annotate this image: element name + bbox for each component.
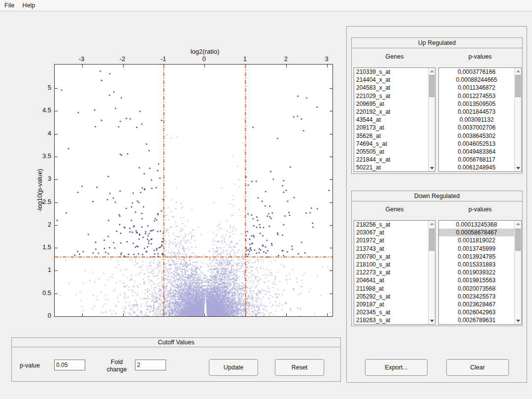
pvalue-list-item[interactable]: 0.0013509505 [439, 100, 514, 108]
pvalue-list-item[interactable]: 0.0003776166 [439, 68, 514, 76]
menu-bar: File Help [0, 0, 532, 11]
gene-list-item[interactable]: 220192_x_at [354, 108, 428, 116]
gene-list-item[interactable]: 209173_at [354, 124, 428, 132]
x-tick-label: 3 [317, 55, 336, 63]
pvalue-list-item[interactable]: 0.00013245368 [439, 221, 514, 229]
down-pvalues-listbox[interactable]: 0.000132453680.000586784670.00118190220.… [438, 220, 522, 325]
up-genes-listbox[interactable]: 210339_s_at214404_x_at204583_x_at221029_… [354, 67, 435, 172]
gene-list-item[interactable]: 200780_x_at [354, 253, 428, 261]
scroll-up-icon[interactable] [429, 68, 435, 74]
y-tick-label: 3.5 [32, 152, 51, 160]
gene-list-item[interactable]: 214404_x_at [354, 76, 428, 84]
up-pvalues-scrollbar[interactable] [514, 68, 521, 171]
gene-list-item[interactable]: 212273_x_at [354, 268, 428, 276]
scrollbar-thumb[interactable] [429, 229, 434, 251]
gene-list-item[interactable]: 211988_at [354, 285, 428, 293]
fold-change-input[interactable] [135, 360, 166, 370]
pvalue-list-item[interactable]: 0.0049483364 [439, 148, 514, 156]
gene-list-item[interactable]: 203067_at [354, 229, 428, 236]
x-axis-title: log2(ratio) [166, 48, 244, 55]
gene-list-item[interactable]: 221844_x_at [354, 156, 428, 164]
pvalue-list-item[interactable]: 0.0058768117 [439, 156, 514, 164]
down-genes-listbox[interactable]: 218256_s_at203067_at201972_at213743_at20… [354, 220, 435, 325]
down-pvalues-scrollbar[interactable] [514, 221, 521, 324]
pvalue-list-item[interactable]: 0.0026789631 [439, 316, 514, 324]
pvalue-list-item[interactable]: 0.00058678467 [439, 229, 514, 236]
scroll-up-icon[interactable] [515, 68, 521, 74]
gene-list-item[interactable]: 218263_s_at [354, 316, 428, 324]
gene-list-item[interactable]: 218256_s_at [354, 221, 428, 229]
down-pvalues-header: p-values [438, 206, 522, 213]
gene-list-item[interactable]: 35626_at [354, 132, 428, 140]
pvalue-list-item[interactable]: 0.0013745999 [439, 245, 514, 253]
y-tick-label: 1 [32, 266, 51, 273]
scroll-up-icon[interactable] [515, 221, 521, 227]
gene-list-item[interactable]: 205292_s_at [354, 293, 428, 300]
scrollbar-thumb[interactable] [429, 75, 434, 97]
x-tick-label: 0 [194, 55, 214, 63]
gene-list-item[interactable]: 213743_at [354, 245, 428, 253]
gene-list-item[interactable]: 202345_s_at [354, 308, 428, 316]
pvalue-list-item[interactable]: 0.0011346872 [439, 84, 514, 92]
gene-list-item[interactable]: 210339_s_at [354, 68, 428, 76]
down-genes-scrollbar[interactable] [428, 221, 435, 324]
down-genes-header: Genes [354, 206, 435, 213]
cutoff-values-title: Cutoff Values [12, 338, 340, 347]
up-genes-scrollbar[interactable] [428, 68, 435, 171]
pvalue-list-item[interactable]: 0.0019815563 [439, 276, 514, 284]
y-tick-label: 2 [32, 221, 51, 228]
pvalue-list-item[interactable]: 0.0019039322 [439, 268, 514, 276]
pvalue-list-item[interactable]: 0.0037002706 [439, 124, 514, 132]
pvalue-list-item[interactable]: 0.0061248945 [439, 164, 514, 171]
pvalue-list-item[interactable]: 0.0012274553 [439, 92, 514, 100]
pvalue-list-item[interactable]: 0.0023425573 [439, 293, 514, 300]
scroll-down-icon[interactable] [515, 165, 521, 171]
pvalue-list-item[interactable]: 0.0015331883 [439, 261, 514, 268]
gene-list-item[interactable]: 74694_s_at [354, 140, 428, 148]
down-regulated-title: Down Regulated [352, 191, 522, 201]
gene-list-item[interactable]: 221029_s_at [354, 92, 428, 100]
pvalue-list-item[interactable]: 0.0046052513 [439, 140, 514, 148]
scrollbar-thumb[interactable] [515, 75, 521, 97]
clear-button[interactable]: Clear [446, 359, 509, 376]
pvalue-list-item[interactable]: 0.0038645302 [439, 132, 514, 140]
pvalue-list-item[interactable]: 0.0011819022 [439, 236, 514, 244]
gene-list-item[interactable]: 209695_at [354, 100, 428, 108]
gene-list-item[interactable]: 50221_at [354, 164, 428, 171]
gene-list-item[interactable]: 201972_at [354, 236, 428, 244]
scroll-down-icon[interactable] [515, 318, 521, 324]
menu-help[interactable]: Help [20, 0, 38, 9]
pvalue-list-item[interactable]: 0.00088244665 [439, 76, 514, 84]
menu-file[interactable]: File [1, 0, 17, 9]
scroll-down-icon[interactable] [429, 165, 435, 171]
gene-list-item[interactable]: 204641_at [354, 276, 428, 284]
pvalue-list-item[interactable]: 0.0023628467 [439, 300, 514, 308]
gene-list-item[interactable]: 43544_at [354, 116, 428, 124]
y-tick-label: 0 [32, 312, 51, 319]
pvalue-list-item[interactable]: 0.0020073568 [439, 285, 514, 293]
pvalue-input[interactable] [54, 360, 85, 370]
scatter-canvas[interactable] [55, 65, 332, 316]
scrollbar-thumb[interactable] [515, 229, 521, 251]
update-button[interactable]: Update [209, 359, 258, 376]
pvalue-list-item[interactable]: 0.0026042963 [439, 308, 514, 316]
reset-button[interactable]: Reset [275, 359, 324, 376]
scroll-up-icon[interactable] [429, 221, 435, 227]
scroll-down-icon[interactable] [429, 318, 435, 324]
gene-list-item[interactable]: 218100_s_at [354, 261, 428, 268]
volcano-plot[interactable] [54, 64, 333, 317]
gene-list-item[interactable]: 204583_x_at [354, 84, 428, 92]
pvalue-list-item[interactable]: 0.0013924785 [439, 253, 514, 261]
export-button[interactable]: Export... [365, 359, 428, 376]
x-tick-label: 1 [235, 55, 255, 63]
pvalue-label: p-value [20, 362, 40, 369]
gene-list-item[interactable]: 205505_at [354, 148, 428, 156]
y-tick-label: 5 [32, 84, 51, 91]
y-tick-label: 1.5 [32, 243, 51, 251]
gene-list-item[interactable]: 209187_at [354, 300, 428, 308]
pvalue-list-item[interactable]: 0.003091132 [439, 116, 514, 124]
y-tick-label: 4.5 [32, 106, 51, 114]
pvalue-list-item[interactable]: 0.0021844573 [439, 108, 514, 116]
up-pvalues-listbox[interactable]: 0.00037761660.000882446650.00113468720.0… [438, 67, 522, 172]
y-tick-label: 0.5 [32, 289, 51, 297]
